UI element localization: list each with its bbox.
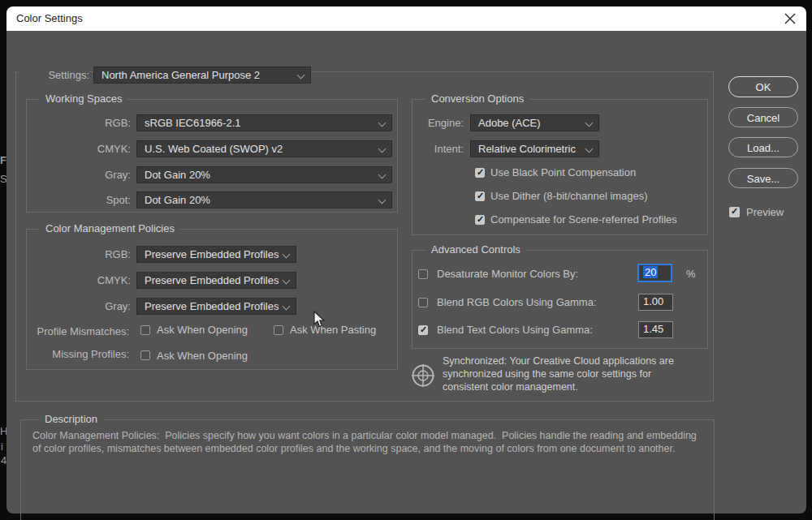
dropdown-value: Preserve Embedded Profiles [145,300,279,312]
dropdown-value: Adobe (ACE) [478,117,541,129]
dropdown-value: Dot Gain 20% [145,194,210,206]
percent-suffix: % [686,268,696,280]
advanced-controls-group: Advanced Controls Desaturate Monitor Col… [412,250,708,349]
rgb-policy-dropdown[interactable]: Preserve Embedded Profiles [136,246,296,263]
use-dither-label: Use Dither (8-bit/channel images) [490,190,648,202]
background-text-fragment: i [1,440,3,453]
desaturate-value-input[interactable]: 20 [637,264,672,282]
blend-rgb-label: Blend RGB Colors Using Gamma: [437,296,597,308]
advanced-controls-legend: Advanced Controls [425,243,526,256]
cmyk-policy-label: CMYK: [27,274,131,286]
dropdown-value: Preserve Embedded Profiles [145,274,279,286]
black-point-compensation-checkbox[interactable] [475,168,485,178]
chevron-down-icon [283,303,291,311]
dropdown-value: Relative Colorimetric [478,143,576,155]
desaturate-checkbox[interactable] [418,269,428,279]
description-legend: Description [39,413,103,425]
working-spaces-legend: Working Spaces [40,92,127,105]
close-icon[interactable] [784,13,796,24]
profile-mismatches-label: Profile Mismatches: [27,325,129,337]
sync-status-message: Synchronized: Your Creative Cloud applic… [443,355,699,393]
blend-text-gamma-input[interactable]: 1.45 [638,321,673,338]
black-point-compensation-label: Use Black Point Compensation [490,166,636,178]
gray-policy-dropdown[interactable]: Preserve Embedded Profiles [136,298,296,315]
ask-when-opening-checkbox[interactable] [140,325,150,335]
blend-text-checkbox[interactable] [418,325,428,335]
spot-label: Spot: [27,194,131,206]
dialog-title: Color Settings [16,12,83,24]
chevron-down-icon [378,145,387,153]
ask-when-pasting-checkbox[interactable] [274,325,283,335]
gray-label: Gray: [27,169,131,181]
dropdown-value: Dot Gain 20% [145,169,210,181]
chevron-down-icon [283,251,291,259]
color-management-policies-legend: Color Management Policies [40,222,180,234]
missing-profiles-label: Missing Profiles: [27,348,129,360]
ok-button[interactable]: OK [728,76,798,97]
selected-text: 20 [643,266,658,278]
engine-dropdown[interactable]: Adobe (ACE) [470,114,599,131]
intent-label: Intent: [412,143,464,155]
scene-referred-checkbox[interactable] [475,215,485,225]
color-management-policies-group: Color Management Policies RGB: Preserve … [26,229,398,370]
color-settings-dialog: Color Settings Settings: North America G… [6,6,806,514]
dropdown-value: U.S. Web Coated (SWOP) v2 [145,143,283,155]
preview-label: Preview [746,206,784,218]
blend-text-label: Blend Text Colors Using Gamma: [437,324,593,336]
chevron-down-icon [297,71,305,80]
dropdown-value: sRGB IEC61966-2.1 [145,117,241,129]
chevron-down-icon [378,171,387,179]
dropdown-value: Preserve Embedded Profiles [145,248,279,260]
settings-dropdown[interactable]: North America General Purpose 2 [93,67,311,84]
conversion-options-group: Conversion Options Engine: Adobe (ACE) I… [412,99,708,235]
desaturate-label: Desaturate Monitor Colors By: [437,268,578,280]
working-spaces-group: Working Spaces RGB: sRGB IEC61966-2.1 CM… [26,99,398,213]
blend-rgb-gamma-input[interactable]: 1.00 [638,294,673,311]
ask-when-opening-label: Ask When Opening [157,324,248,336]
chevron-down-icon [378,196,387,204]
background-text-fragment: F [0,154,6,166]
preview-checkbox[interactable] [729,207,740,217]
chevron-down-icon [378,119,387,127]
cmyk-working-space-dropdown[interactable]: U.S. Web Coated (SWOP) v2 [136,140,392,157]
chevron-down-icon [585,145,594,153]
ask-when-pasting-label: Ask When Pasting [290,324,376,336]
description-text: Color Management Policies: Policies spec… [32,429,700,455]
save-button[interactable]: Save... [728,168,798,188]
missing-ask-when-opening-label: Ask When Opening [157,350,248,362]
dialog-body: Settings: North America General Purpose … [6,31,806,514]
engine-label: Engine: [412,117,464,129]
rgb-label: RGB: [27,117,131,129]
chevron-down-icon [283,277,291,285]
mouse-cursor [313,311,325,328]
intent-dropdown[interactable]: Relative Colorimetric [470,140,599,157]
screen: F S H i 4 Color Settings Settings: North… [0,0,812,520]
chevron-down-icon [585,119,594,127]
settings-dropdown-value: North America General Purpose 2 [102,69,260,81]
spot-working-space-dropdown[interactable]: Dot Gain 20% [136,191,392,208]
load-button[interactable]: Load... [728,137,798,157]
settings-label: Settings: [18,67,89,84]
sync-registration-icon [410,363,436,389]
cancel-button[interactable]: Cancel [728,107,798,127]
rgb-working-space-dropdown[interactable]: sRGB IEC61966-2.1 [136,114,392,131]
description-group: Description Color Management Policies: P… [20,419,715,520]
missing-ask-when-opening-checkbox[interactable] [140,350,150,360]
scene-referred-label: Compensate for Scene-referred Profiles [490,213,677,226]
blend-rgb-checkbox[interactable] [418,298,428,307]
conversion-options-legend: Conversion Options [425,92,529,105]
gray-working-space-dropdown[interactable]: Dot Gain 20% [136,166,392,183]
cmyk-policy-dropdown[interactable]: Preserve Embedded Profiles [136,272,296,289]
rgb-policy-label: RGB: [27,248,131,260]
cmyk-label: CMYK: [27,143,131,155]
dialog-titlebar[interactable]: Color Settings [6,6,806,31]
gray-policy-label: Gray: [27,300,131,312]
use-dither-checkbox[interactable] [475,191,485,201]
